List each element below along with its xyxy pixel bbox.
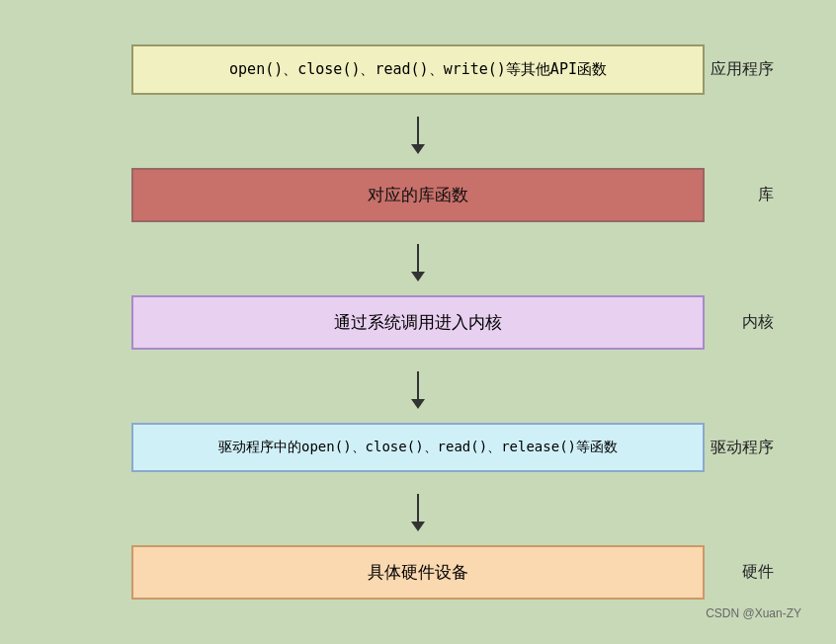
arrow-1: [33, 112, 803, 151]
label-driver: 驱动程序: [711, 438, 774, 458]
row-kernel: 通过系统调用进入内核 内核: [33, 295, 803, 350]
box-hw: 具体硬件设备: [131, 545, 705, 600]
row-driver: 驱动程序中的open()、close()、read()、release()等函数…: [33, 423, 803, 472]
box-app: open()、close()、read()、write()等其他API函数: [131, 44, 705, 95]
label-kernel: 内核: [742, 312, 774, 333]
arrow-line-2: [417, 244, 419, 274]
row-hw: 具体硬件设备 硬件: [33, 545, 803, 600]
box-lib-text: 对应的库函数: [368, 185, 468, 204]
label-app: 应用程序: [711, 59, 774, 80]
box-kernel: 通过系统调用进入内核: [131, 295, 705, 350]
arrow-line-3: [417, 371, 419, 401]
box-hw-text: 具体硬件设备: [368, 562, 468, 582]
watermark: CSDN @Xuan-ZY: [706, 606, 801, 620]
arrow-4: [33, 489, 803, 528]
box-driver: 驱动程序中的open()、close()、read()、release()等函数: [131, 423, 705, 472]
box-lib: 对应的库函数: [131, 168, 705, 222]
box-kernel-text: 通过系统调用进入内核: [334, 312, 502, 332]
label-lib: 库: [758, 185, 774, 205]
arrow-line-4: [417, 494, 419, 523]
arrow-3: [33, 366, 803, 406]
arrow-2: [33, 239, 803, 279]
row-lib: 对应的库函数 库: [33, 168, 803, 222]
box-driver-text: 驱动程序中的open()、close()、read()、release()等函数: [218, 439, 618, 454]
diagram-container: open()、close()、read()、write()等其他API函数 应用…: [23, 16, 813, 628]
row-app: open()、close()、read()、write()等其他API函数 应用…: [33, 44, 803, 95]
arrow-line-1: [417, 117, 419, 146]
box-app-text: open()、close()、read()、write()等其他API函数: [229, 60, 607, 78]
label-hw: 硬件: [742, 562, 774, 583]
